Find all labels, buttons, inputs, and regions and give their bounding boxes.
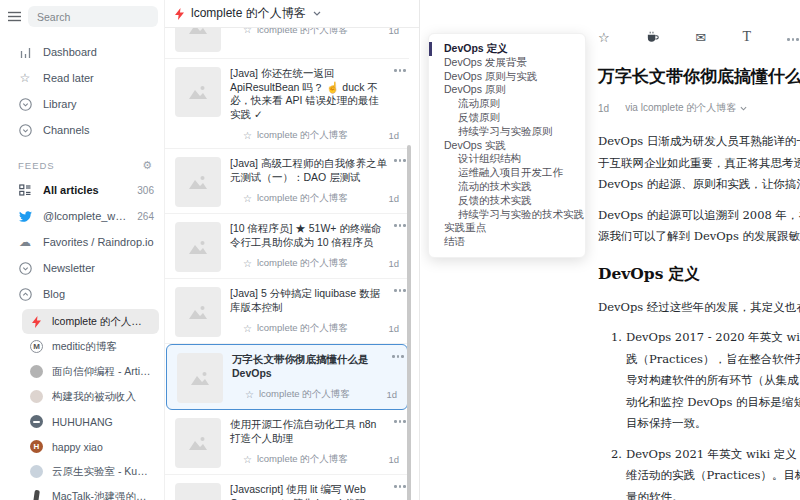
item-time: 1d [388, 258, 399, 269]
article-list: MySQL 数据库开发规范 ☆ lcomplete 的个人博客 1d [165, 28, 409, 500]
toc-item[interactable]: DevOps 实践 [429, 139, 585, 153]
sidebar-item-channels[interactable]: Channels [0, 117, 164, 143]
toc-item[interactable]: 结语 [429, 235, 585, 249]
feed-favicon: M [30, 340, 43, 353]
star-icon[interactable]: ☆ [245, 390, 254, 400]
article-source[interactable]: via lcomplete 的个人博客 [625, 101, 747, 115]
sidebar-item-read-later[interactable]: ☆ Read later [0, 65, 164, 91]
feed-favicon [30, 415, 43, 428]
toc-item[interactable]: 持续学习与实验原则 [429, 125, 585, 139]
paragraph: DevOps 经过这些年的发展，其定义也在不断 [598, 297, 800, 319]
sidebar-item-happy-xiao[interactable]: H happy xiao [22, 434, 159, 459]
sidebar-item-dashboard[interactable]: Dashboard [0, 39, 164, 65]
more-icon[interactable] [399, 289, 402, 292]
sidebar-item-label: 构建我的被动收入 [52, 390, 151, 404]
sidebar-item-raindrop[interactable]: ☁ Favorites / Raindrop.io [0, 229, 164, 255]
toc-item[interactable]: DevOps 原则与实践 [429, 70, 585, 84]
search-input[interactable] [28, 6, 158, 27]
articles-icon [18, 184, 32, 196]
toc-popover: DevOps 定义 DevOps 发展背景 DevOps 原则与实践 DevOp… [428, 33, 586, 258]
sidebar-item-mactalk[interactable]: MacTalk-池建强的… [22, 484, 159, 500]
item-time: 1d [388, 130, 399, 141]
circle-chevron-down-icon [18, 124, 32, 137]
list-item[interactable]: 使用开源工作流自动化工具 n8n 打造个人助理 ☆ lcomplete 的个人博… [165, 410, 409, 475]
more-icon[interactable] [397, 355, 400, 358]
reader-panel: DevOps 定义 DevOps 发展背景 DevOps 原则与实践 DevOp… [421, 0, 800, 500]
thumbnail-image [175, 418, 221, 468]
sidebar-item-huhuhang[interactable]: HUHUHANG [22, 409, 159, 434]
more-icon[interactable] [399, 224, 402, 227]
sidebar-item-faith-programming[interactable]: 面向信仰编程 - Artic… [22, 359, 159, 384]
feed-favicon [30, 465, 43, 478]
gear-icon[interactable]: ⚙ [142, 160, 152, 171]
list-item-selected[interactable]: 万字长文带你彻底搞懂什么是 DevOps ☆ lcomplete 的个人博客 1… [166, 344, 408, 410]
sidebar-nav: Dashboard ☆ Read later Library Channels [0, 39, 164, 143]
thumbnail-image [175, 67, 221, 117]
list-header[interactable]: lcomplete 的个人博客 [165, 0, 419, 28]
typography-icon[interactable]: T [743, 30, 752, 44]
list-item[interactable]: [Java] 5 分钟搞定 liquibase 数据库版本控制 ☆ lcompl… [165, 279, 409, 344]
sidebar-item-blog[interactable]: Blog [0, 281, 164, 307]
sidebar-item-lcomplete-blog[interactable]: lcomplete 的个人博客 [22, 309, 159, 334]
sidebar-item-passive-income[interactable]: 构建我的被动收入 [22, 384, 159, 409]
ordered-list-item: 1. DevOps 2017 - 2020 年英文 wiki 定义 践（Prac… [611, 327, 800, 435]
item-title: [Java] 你还在统一返回 ApiResultBean 吗？ ☝ duck 不… [230, 67, 405, 121]
more-icon[interactable] [399, 69, 402, 72]
feed-favicon: H [30, 440, 43, 453]
sidebar-item-library[interactable]: Library [0, 91, 164, 117]
star-icon[interactable]: ☆ [243, 455, 252, 465]
mail-icon[interactable]: ✉ [695, 31, 706, 44]
sidebar-item-newsletter[interactable]: Newsletter [0, 255, 164, 281]
circle-chevron-down-icon [18, 262, 32, 275]
toc-item[interactable]: 设计组织结构 [429, 152, 585, 166]
more-icon[interactable] [399, 420, 402, 423]
toc-item[interactable]: 运维融入项目开发工作 [429, 166, 585, 180]
sidebar-item-label: lcomplete 的个人博客 [52, 315, 151, 329]
toc-item[interactable]: DevOps 原则 [429, 83, 585, 97]
menu-icon[interactable] [8, 11, 21, 22]
sidebar-item-label: 云原生实验室 - Kube… [52, 465, 151, 479]
toc-item[interactable]: DevOps 定义 [429, 42, 585, 56]
toc-item[interactable]: 反馈原则 [429, 111, 585, 125]
toc-item[interactable]: 反馈的技术实践 [429, 194, 585, 208]
circle-chevron-up-icon [18, 288, 32, 301]
toc-item[interactable]: 流动原则 [429, 97, 585, 111]
more-icon[interactable] [788, 33, 795, 41]
article-meta: 1d via lcomplete 的个人博客 [598, 101, 800, 115]
feeds-label: FEEDS [18, 160, 142, 171]
star-icon[interactable]: ☆ [243, 131, 252, 141]
sidebar-item-all-articles[interactable]: All articles 306 [0, 177, 164, 203]
twitter-icon [18, 210, 32, 223]
feeds-section-header: FEEDS ⚙ [0, 153, 164, 177]
star-icon[interactable]: ☆ [243, 324, 252, 334]
toc-item[interactable]: 实践重点 [429, 221, 585, 235]
list-item[interactable]: [Java] 你还在统一返回 ApiResultBean 吗？ ☝ duck 不… [165, 59, 409, 149]
toc-item[interactable]: DevOps 发展背景 [429, 56, 585, 70]
toc-item[interactable]: 持续学习与实验的技术实践 [429, 208, 585, 222]
reader-toolbar: ☆ ✉ T [598, 30, 794, 44]
scrollbar-thumb[interactable] [407, 145, 411, 500]
item-feed-name: lcomplete 的个人博客 [257, 129, 383, 142]
list-item[interactable]: [Java] 高级工程师的自我修养之单元测试（一）：DAO 层测试 ☆ lcom… [165, 149, 409, 214]
star-icon[interactable]: ☆ [598, 31, 610, 44]
more-icon[interactable] [399, 159, 402, 162]
star-icon[interactable]: ☆ [243, 194, 252, 204]
sidebar-item-twitter-feed[interactable]: @lcomplete_wild (Twitt… 264 [0, 203, 164, 229]
sidebar-item-meditic[interactable]: M meditic的博客 [22, 334, 159, 359]
circle-chevron-down-icon [18, 98, 32, 111]
list-item[interactable]: [10 倍程序员] ★ 51W+ 的终端命令行工具助你成为 10 倍程序员 ☆ … [165, 214, 409, 279]
coffee-icon[interactable] [646, 31, 659, 44]
blog-feed-list: lcomplete 的个人博客 M meditic的博客 面向信仰编程 - Ar… [0, 309, 164, 500]
list-item[interactable]: [Javascript] 使用 lit 编写 Web Components 简化… [165, 475, 409, 500]
toc-item[interactable]: 流动的技术实践 [429, 180, 585, 194]
ordered-list-item: 2. DevOps 2021 年英文 wiki 定义（直译） 维活动的实践（Pr… [611, 444, 800, 500]
star-icon[interactable]: ☆ [243, 259, 252, 269]
sidebar-item-cloudnative-lab[interactable]: 云原生实验室 - Kube… [22, 459, 159, 484]
paragraph: DevOps 的起源可以追溯到 2008 年，在一次 源我们可以了解到 DevO… [598, 205, 800, 248]
item-title: 使用开源工作流自动化工具 n8n 打造个人助理 [230, 418, 405, 445]
item-title: [Java] 高级工程师的自我修养之单元测试（一）：DAO 层测试 [230, 157, 405, 184]
sidebar-item-label: Newsletter [43, 262, 154, 274]
more-icon[interactable] [399, 485, 402, 488]
item-feed-name: lcomplete 的个人博客 [257, 257, 383, 270]
sidebar-item-label: 面向信仰编程 - Artic… [52, 365, 151, 379]
